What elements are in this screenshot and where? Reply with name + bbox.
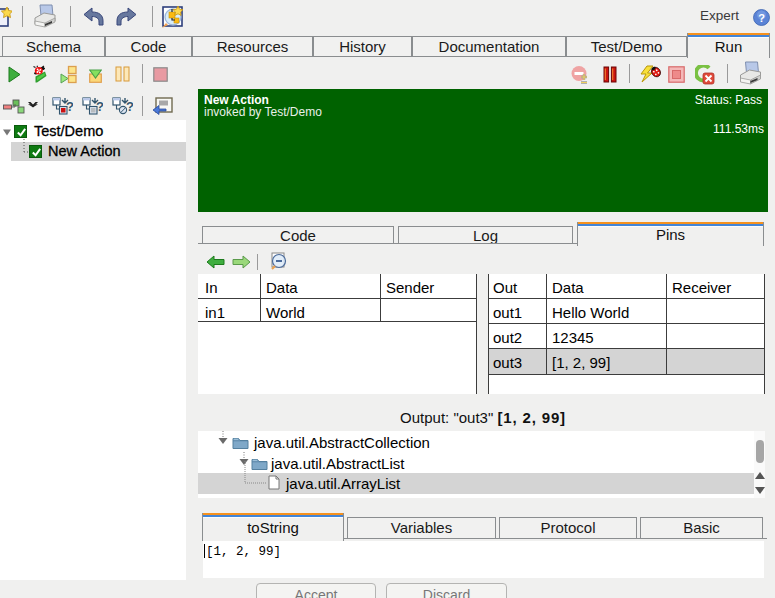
svg-text:?: ? xyxy=(66,99,73,114)
svg-text:?: ? xyxy=(758,12,765,24)
svg-text:?: ? xyxy=(96,99,103,114)
svg-text:?: ? xyxy=(126,99,133,114)
